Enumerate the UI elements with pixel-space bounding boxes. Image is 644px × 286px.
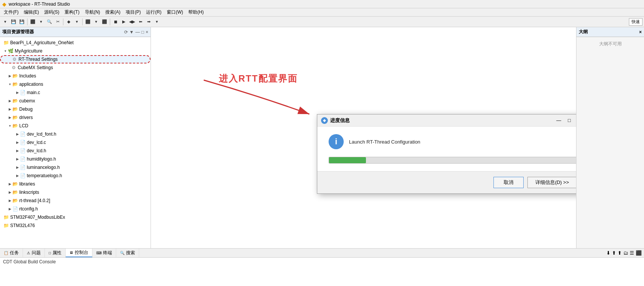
toolbar-btn-13[interactable]: ◼ <box>112 18 119 26</box>
menu-item-p[interactable]: 项目(P) <box>123 9 143 16</box>
tab-tasks[interactable]: 📋 任务 <box>0 249 23 257</box>
tree-item-dev-lcd-h[interactable]: ▶ 📄 dev_lcd.h <box>0 147 151 155</box>
tab-search[interactable]: 🔍 搜索 <box>116 249 139 257</box>
arrow-lcd[interactable]: ▾ <box>8 124 12 128</box>
toolbar-btn-12[interactable]: ⬛ <box>101 18 108 26</box>
arrow-temperatuelogo[interactable]: ▶ <box>15 173 20 178</box>
bottom-icon-6[interactable]: ⬛ <box>636 250 642 256</box>
tab-console[interactable]: 🖥 控制台 <box>66 249 92 257</box>
tree-item-rt-thread-settings[interactable]: ⚙ RT-Thread Settings <box>0 55 151 63</box>
tree-label-stm32l476: STM32L476 <box>10 223 35 228</box>
tree-item-stm32l476[interactable]: 📁 STM32L476 <box>0 221 151 230</box>
cancel-button[interactable]: 取消 <box>493 177 524 188</box>
main-area: 项目资源管理器 ⟳ ▼ — □ × 📁 BearPi_L4_Agricultur… <box>0 27 644 248</box>
toolbar-btn-1[interactable]: ▾ <box>2 18 9 26</box>
arrow-dev-lcd-font[interactable]: ▶ <box>15 132 20 136</box>
minimize-icon[interactable]: — <box>135 29 140 35</box>
tree-item-dev-lcd-c[interactable]: ▶ 📄 dev_lcd.c <box>0 138 151 147</box>
toolbar-btn-save[interactable]: 💾 <box>10 18 17 26</box>
details-button[interactable]: 详细信息(D) >> <box>527 177 576 188</box>
arrow-rt-thread[interactable]: ▶ <box>8 198 12 203</box>
tree-item-stm32f407[interactable]: 📁 STM32F407_ModbusLibEx <box>0 213 151 221</box>
quick-access-button[interactable]: 快速 <box>629 18 642 26</box>
toolbar-btn-3[interactable]: 💾 <box>18 18 26 26</box>
maximize-panel-icon[interactable]: □ <box>141 29 144 35</box>
tab-problems[interactable]: ⚠ 问题 <box>23 249 45 257</box>
menu-item-n[interactable]: 导航(N) <box>83 9 103 16</box>
tab-search-label: 搜索 <box>126 250 135 256</box>
dialog-maximize-button[interactable]: □ <box>565 116 574 125</box>
menu-item-f[interactable]: 文件(F) <box>2 9 21 16</box>
bottom-icon-4[interactable]: 🗂 <box>623 250 628 256</box>
tree-item-myagriculture[interactable]: ▾ 🌿 MyAgriculture <box>0 47 151 55</box>
menu-item-a[interactable]: 搜索(A) <box>103 9 123 16</box>
arrow-includes[interactable]: ▶ <box>8 74 12 78</box>
dialog-minimize-button[interactable]: — <box>554 116 563 125</box>
stm32f407-icon: 📁 <box>3 214 9 220</box>
toolbar-btn-8[interactable]: ◆ <box>65 18 72 26</box>
arrow-applications[interactable]: ▾ <box>8 82 12 87</box>
arrow-main-c[interactable]: ▶ <box>15 90 20 95</box>
tree-item-applications[interactable]: ▾ 📂 applications <box>0 80 151 88</box>
tree-item-cubemx-settings[interactable]: ⚙ CubeMX Settings <box>0 63 151 72</box>
tree-item-debug[interactable]: ▶ 📂 Debug <box>0 105 151 113</box>
tree-item-rtconfig[interactable]: ▶ 📄 rtconfig.h <box>0 205 151 213</box>
toolbar-btn-9[interactable]: ▾ <box>73 18 81 26</box>
toolbar-btn-5[interactable]: ▾ <box>37 18 45 26</box>
tree-item-lcd[interactable]: ▾ 📂 LCD <box>0 122 151 130</box>
menu-item-t[interactable]: 重构(T) <box>62 9 81 16</box>
arrow-rtconfig[interactable]: ▶ <box>8 207 12 211</box>
menu-item-h[interactable]: 帮助(H) <box>186 9 206 16</box>
menu-item-r[interactable]: 运行(R) <box>144 9 164 16</box>
toolbar-btn-run[interactable]: ▶ <box>120 18 128 26</box>
toolbar-btn-7[interactable]: ✂ <box>54 18 61 26</box>
menu-item-s[interactable]: 源码(S) <box>42 9 61 16</box>
arrow-debug[interactable]: ▶ <box>8 107 12 111</box>
progress-bar-background <box>329 157 576 164</box>
arrow-drivers[interactable]: ▶ <box>8 115 12 120</box>
toolbar-btn-6[interactable]: 🔍 <box>46 18 53 26</box>
dialog-close-button[interactable]: × <box>575 116 576 125</box>
bottom-icon-1[interactable]: ⬇ <box>606 250 610 256</box>
arrow-cubemx[interactable]: ▶ <box>8 99 12 103</box>
toolbar-btn-15[interactable]: ⬅ <box>137 18 144 26</box>
tree-item-drivers[interactable]: ▶ 📂 drivers <box>0 113 151 122</box>
tree-item-rt-thread[interactable]: ▶ 📂 rt-thread [4.0.2] <box>0 196 151 205</box>
tree-item-luminancelogo[interactable]: ▶ 📄 luminancelogo.h <box>0 163 151 172</box>
tree-item-cubemx[interactable]: ▶ 📂 cubemx <box>0 97 151 105</box>
menu-item-w[interactable]: 窗口(W) <box>164 9 185 16</box>
tree-item-linkscripts[interactable]: ▶ 📂 linkscripts <box>0 188 151 196</box>
tree-item-dev-lcd-font[interactable]: ▶ 📄 dev_lcd_font.h <box>0 130 151 138</box>
tree-item-humiditylogo[interactable]: ▶ 📄 humiditylogo.h <box>0 155 151 163</box>
tree-item-main-c[interactable]: ▶ 📄 main.c <box>0 88 151 97</box>
toolbar-btn-10[interactable]: ⬛ <box>84 18 92 26</box>
bottom-icon-5[interactable]: ☰ <box>630 250 634 256</box>
arrow-libraries[interactable]: ▶ <box>8 182 12 186</box>
arrow-myagriculture[interactable]: ▾ <box>3 49 8 53</box>
bottom-icon-3[interactable]: ⬆ <box>618 250 622 256</box>
toolbar-btn-4[interactable]: ⬛ <box>29 18 37 26</box>
close-panel-icon[interactable]: × <box>146 29 148 35</box>
tab-terminal[interactable]: ⌨ 终端 <box>92 249 116 257</box>
sync-icon[interactable]: ⟳ <box>124 29 128 35</box>
tree-item-libraries[interactable]: ▶ 📂 libraries <box>0 180 151 188</box>
toolbar-btn-14[interactable]: ◀▶ <box>128 18 136 26</box>
outline-close-icon[interactable]: × <box>639 29 642 35</box>
menu-item-e[interactable]: 编辑(E) <box>22 9 41 16</box>
toolbar-btn-11[interactable]: ▾ <box>92 18 100 26</box>
tree-item-bearpi[interactable]: 📁 BearPi_L4_Agriculture_OneNet <box>0 39 151 47</box>
arrow-luminancelogo[interactable]: ▶ <box>15 165 20 170</box>
collapse-icon[interactable]: ▼ <box>129 29 134 35</box>
toolbar-btn-16[interactable]: ➡ <box>145 18 152 26</box>
arrow-dev-lcd-h[interactable]: ▶ <box>15 148 20 153</box>
tree-item-temperatuelogo[interactable]: ▶ 📄 temperatuelogo.h <box>0 172 151 180</box>
arrow-dev-lcd-c[interactable]: ▶ <box>15 140 20 145</box>
rt-thread-icon: 📂 <box>12 198 18 204</box>
toolbar-btn-17[interactable]: ▾ <box>153 18 161 26</box>
bottom-icon-2[interactable]: ⬆ <box>612 250 616 256</box>
left-panel: 项目资源管理器 ⟳ ▼ — □ × 📁 BearPi_L4_Agricultur… <box>0 27 151 248</box>
tree-item-includes[interactable]: ▶ 📂 Includes <box>0 72 151 80</box>
tab-properties[interactable]: □ 属性 <box>45 249 66 257</box>
arrow-humiditylogo[interactable]: ▶ <box>15 157 20 161</box>
arrow-linkscripts[interactable]: ▶ <box>8 190 12 195</box>
